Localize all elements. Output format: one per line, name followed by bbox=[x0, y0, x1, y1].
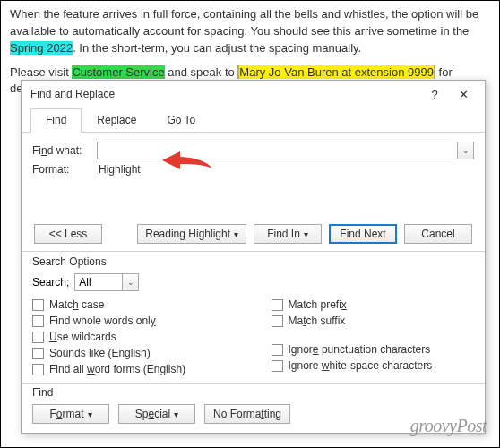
search-direction-dropdown[interactable]: ⌄ bbox=[123, 273, 139, 291]
chk-white[interactable] bbox=[272, 360, 283, 372]
find-replace-dialog: Find and Replace ? ✕ Find Replace Go To … bbox=[21, 80, 486, 434]
tab-find[interactable]: Find bbox=[30, 108, 82, 133]
chk-white-label: Ignore white-space characters bbox=[289, 359, 433, 372]
findwhat-input[interactable] bbox=[97, 142, 458, 159]
search-direction-select[interactable]: All bbox=[74, 273, 123, 291]
chk-suffix-label: Match suffix bbox=[289, 314, 346, 327]
dialog-title: Find and Replace bbox=[30, 88, 420, 100]
dialog-titlebar[interactable]: Find and Replace ? ✕ bbox=[22, 81, 485, 108]
chk-wholewords-label: Find whole words only bbox=[49, 314, 156, 327]
tab-replace-label: Replace bbox=[97, 114, 136, 126]
chk-matchcase-label: Match case bbox=[49, 298, 104, 311]
dialog-body: Find what: ⌄ Format: Highlight << Less R… bbox=[22, 133, 485, 381]
chk-matchcase[interactable] bbox=[32, 299, 44, 311]
chk-wordforms-label: Find all word forms (English) bbox=[49, 363, 185, 375]
no-formatting-button[interactable]: No Formatting bbox=[204, 404, 290, 424]
chk-punct[interactable] bbox=[272, 344, 283, 356]
search-options-label: Search Options bbox=[32, 255, 474, 268]
reading-highlight-button[interactable]: Reading Highlight bbox=[137, 224, 246, 244]
doc-p1-text-c: . In the short-term, you can adjust the … bbox=[73, 41, 361, 55]
format-label: Format: bbox=[32, 163, 97, 176]
find-section-label: Find bbox=[32, 386, 474, 399]
find-in-button[interactable]: Find In bbox=[254, 224, 322, 244]
search-direction-label: Search; bbox=[32, 276, 69, 289]
findwhat-dropdown[interactable]: ⌄ bbox=[458, 142, 474, 159]
find-next-button[interactable]: Find Next bbox=[329, 224, 397, 244]
chk-sounds-label: Sounds like (English) bbox=[49, 347, 151, 359]
format-value: Highlight bbox=[99, 163, 141, 176]
chk-wildcards-label: Use wildcards bbox=[49, 331, 116, 343]
chk-wordforms[interactable] bbox=[32, 364, 44, 375]
chk-wholewords[interactable] bbox=[32, 315, 44, 327]
findwhat-label: Find what: bbox=[32, 144, 97, 157]
chk-suffix[interactable] bbox=[272, 315, 283, 327]
close-button[interactable]: ✕ bbox=[449, 88, 478, 101]
doc-p2-hl-cust: Customer Service bbox=[72, 65, 164, 79]
chk-prefix-label: Match prefix bbox=[289, 298, 347, 311]
help-button[interactable]: ? bbox=[420, 88, 449, 101]
doc-p2-text-c: and speak to bbox=[165, 65, 238, 79]
chk-punct-label: Ignore punctuation characters bbox=[289, 343, 431, 356]
chk-sounds[interactable] bbox=[32, 348, 44, 359]
format-button[interactable]: Format bbox=[32, 404, 109, 424]
doc-p2-hl-name: Mary Jo Van Buren at extension 9999 bbox=[239, 65, 434, 79]
doc-p1-hl-spring: Spring 2022 bbox=[10, 41, 73, 55]
doc-p2-hl-name-outer: Mary Jo Van Buren at extension 9999 bbox=[237, 65, 435, 79]
chk-wildcards[interactable] bbox=[32, 332, 44, 343]
chk-prefix[interactable] bbox=[272, 299, 283, 311]
tab-goto-label: Go To bbox=[167, 114, 195, 126]
less-button[interactable]: << Less bbox=[34, 224, 102, 244]
tab-find-label: Find bbox=[46, 114, 66, 126]
dialog-tabs: Find Replace Go To bbox=[22, 108, 485, 133]
cancel-button[interactable]: Cancel bbox=[404, 224, 472, 244]
tab-goto[interactable]: Go To bbox=[151, 108, 211, 133]
tab-replace[interactable]: Replace bbox=[82, 108, 151, 133]
special-button[interactable]: Special bbox=[118, 404, 195, 424]
doc-p2-text-a: Please visit bbox=[10, 65, 72, 79]
doc-p1-text-a: When the feature arrives in full force, … bbox=[10, 7, 478, 38]
